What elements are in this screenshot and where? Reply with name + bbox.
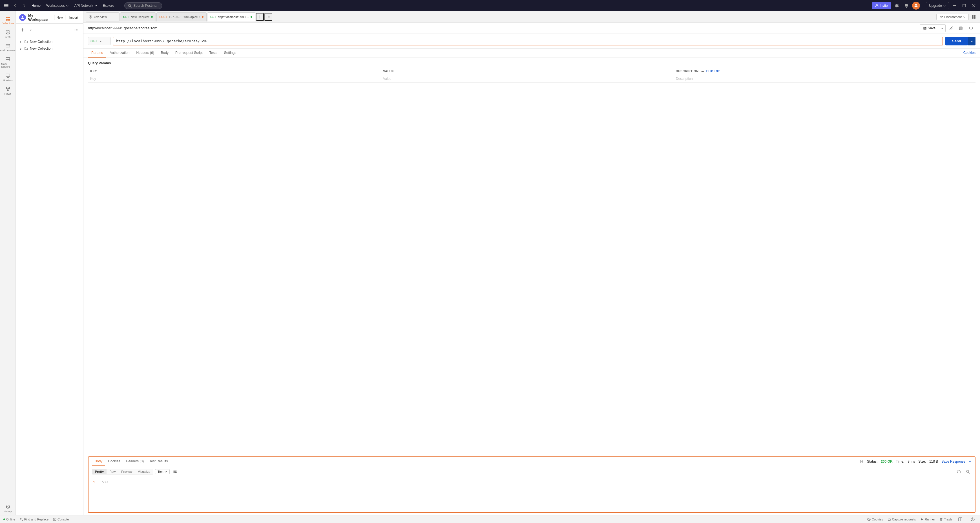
collections-icon [5, 16, 11, 21]
req-tab-pre-request[interactable]: Pre-request Script [172, 48, 206, 57]
sidebar-item-flows[interactable]: Flows [0, 84, 16, 97]
user-avatar[interactable] [912, 2, 920, 10]
response-body: 1 630 [89, 477, 975, 512]
req-tab-authorization[interactable]: Authorization [106, 48, 133, 57]
collection-item-1[interactable]: New Collection [16, 45, 83, 52]
tabs-area: Overview GET New Request POST 127.0.0.1:… [83, 11, 980, 515]
search-response-button[interactable] [964, 468, 972, 475]
text-format-label: Text [158, 470, 163, 474]
sidebar-item-apis[interactable]: APIs [0, 27, 16, 41]
svg-rect-43 [972, 17, 974, 19]
copy-response-button[interactable] [955, 468, 963, 475]
maximize-button[interactable] [960, 2, 968, 10]
send-dropdown-button[interactable] [968, 37, 975, 45]
wrap-lines-button[interactable] [171, 468, 179, 475]
key-input[interactable] [90, 77, 379, 81]
tab-overview[interactable]: Overview [86, 13, 119, 21]
runner-button[interactable]: Runner [920, 518, 935, 521]
tab-get-localhost[interactable]: GET http://localhost:9999/... [207, 13, 255, 21]
tab-new-request[interactable]: GET New Request [120, 13, 156, 21]
sort-collections-button[interactable] [28, 27, 35, 33]
forward-button[interactable] [20, 2, 28, 10]
import-button[interactable]: Import [68, 15, 80, 20]
add-collection-button[interactable] [19, 27, 26, 33]
resp-tab-body[interactable]: Body [92, 457, 105, 466]
sidebar-item-monitors[interactable]: Monitors [0, 70, 16, 84]
help-button[interactable] [969, 515, 977, 523]
format-tab-pretty[interactable]: Pretty [92, 469, 107, 474]
environment-options-button[interactable] [970, 13, 978, 21]
top-navbar: Home Workspaces API Network Explore Sear… [0, 0, 980, 11]
add-tab-button[interactable] [256, 13, 264, 21]
notifications-button[interactable] [902, 2, 910, 10]
environment-selector[interactable]: No Environment [936, 14, 969, 20]
sidebar-item-history[interactable]: History [0, 502, 16, 515]
req-tab-params[interactable]: Params [88, 48, 106, 57]
send-button[interactable]: Send [945, 37, 968, 45]
svg-point-64 [867, 518, 870, 521]
minimize-button[interactable] [951, 2, 959, 10]
edit-request-button[interactable] [947, 24, 955, 32]
cookies-link[interactable]: Cookies [963, 48, 975, 57]
save-button[interactable]: Save [920, 24, 939, 32]
close-button[interactable] [970, 2, 978, 10]
more-collections-button[interactable] [73, 27, 80, 33]
format-tab-visualize[interactable]: Visualize [135, 469, 153, 474]
home-nav-button[interactable]: Home [29, 3, 43, 9]
text-format-selector[interactable]: Text [155, 469, 170, 474]
req-tab-settings[interactable]: Settings [221, 48, 240, 57]
sidebar-item-collections[interactable]: Collections [0, 14, 16, 27]
trash-button[interactable]: Trash [939, 518, 952, 521]
overview-icon [89, 15, 92, 19]
svg-point-35 [90, 16, 91, 18]
search-bar[interactable]: Search Postman [124, 2, 162, 9]
value-input[interactable] [383, 77, 671, 81]
invite-button[interactable]: Invite [872, 2, 891, 9]
explore-nav-button[interactable]: Explore [100, 3, 117, 9]
format-tab-preview[interactable]: Preview [118, 469, 135, 474]
more-tabs-button[interactable] [264, 13, 272, 21]
description-input[interactable] [676, 77, 973, 81]
sidebar-item-mock-servers[interactable]: Mock Servers [0, 54, 16, 70]
console-button[interactable]: Console [53, 518, 69, 521]
collection-item-0[interactable]: New Collection [16, 38, 83, 45]
description-button[interactable] [957, 24, 965, 32]
find-replace-button[interactable]: Find and Replace [20, 518, 48, 521]
panel-layout-button[interactable] [956, 515, 964, 523]
new-button[interactable]: New [54, 15, 65, 20]
resp-tab-test-results[interactable]: Test Results [146, 457, 170, 466]
resp-tab-cookies[interactable]: Cookies [105, 457, 123, 466]
send-wrapper: Send [945, 37, 975, 45]
workspaces-nav-button[interactable]: Workspaces [44, 3, 71, 9]
capture-requests-button[interactable]: Capture requests [888, 518, 916, 521]
bulk-edit-button[interactable]: Bulk Edit [706, 69, 719, 73]
tab-dot-0 [151, 16, 153, 18]
req-tab-headers[interactable]: Headers (6) [133, 48, 157, 57]
status-bar: Online Find and Replace Console Cookies … [0, 515, 980, 523]
code-button[interactable] [966, 24, 975, 32]
params-more-button[interactable] [700, 70, 705, 73]
sidebar-item-environments[interactable]: Environments [0, 41, 16, 54]
format-tab-raw[interactable]: Raw [107, 469, 118, 474]
tab-post-request[interactable]: POST 127.0.0.1:8081/api/v1/l [156, 13, 207, 21]
settings-button[interactable] [893, 2, 901, 10]
upgrade-button[interactable]: Upgrade [926, 2, 949, 9]
svg-point-53 [703, 71, 704, 72]
svg-rect-11 [6, 17, 8, 18]
svg-point-25 [22, 16, 23, 18]
back-button[interactable] [11, 2, 19, 10]
save-response-button[interactable]: Save Response [942, 459, 965, 464]
resp-tab-headers[interactable]: Headers (3) [123, 457, 146, 466]
svg-point-66 [869, 519, 870, 520]
api-network-nav-button[interactable]: API Network [72, 3, 100, 9]
hamburger-menu-button[interactable] [2, 2, 10, 10]
method-selector[interactable]: GET [88, 37, 110, 45]
save-dropdown-button[interactable] [939, 24, 945, 32]
response-meta: Status: 200 OK Time: 8 ms Size: 118 B Sa… [860, 459, 972, 464]
cookies-status-button[interactable]: Cookies [867, 518, 883, 521]
online-status[interactable]: Online [3, 518, 15, 521]
req-tab-body[interactable]: Body [158, 48, 172, 57]
url-input[interactable] [113, 37, 943, 45]
req-tab-tests[interactable]: Tests [206, 48, 221, 57]
tab-method-2: GET [210, 16, 216, 19]
